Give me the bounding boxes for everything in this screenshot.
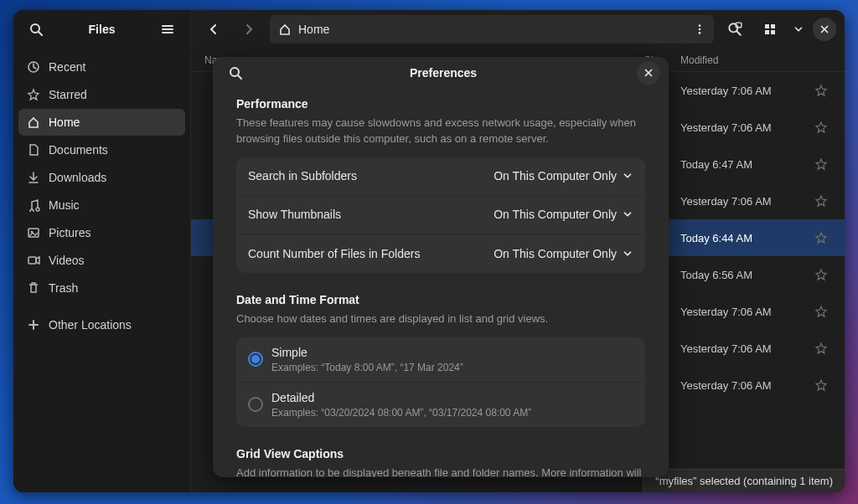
sidebar-item-documents[interactable]: Documents [18, 136, 185, 163]
chevron-down-icon [622, 248, 633, 260]
star-toggle[interactable] [814, 157, 831, 171]
dialog-body[interactable]: Performance These features may cause slo… [213, 89, 669, 477]
star-outline-icon [814, 378, 828, 392]
sidebar-item-other-locations[interactable]: Other Locations [18, 311, 185, 338]
star-toggle[interactable] [814, 231, 831, 244]
sidebar-header: Files [13, 10, 190, 49]
file-modified: Today 6:44 AM [680, 232, 798, 244]
sidebar-search-button[interactable] [22, 15, 50, 44]
window-close-button[interactable] [813, 18, 836, 41]
performance-title: Performance [236, 97, 645, 111]
radio-button[interactable] [248, 397, 263, 412]
chevron-right-icon [242, 23, 256, 36]
file-modified: Today 6:47 AM [680, 158, 798, 171]
dialog-title: Preferences [250, 66, 637, 80]
grid-icon [763, 23, 777, 36]
search-files-button[interactable] [721, 15, 749, 44]
clock-icon [27, 60, 40, 74]
chevron-down-icon [793, 23, 804, 35]
grid-desc: Add information to be displayed beneath … [236, 465, 645, 477]
trash-icon [27, 281, 40, 295]
hamburger-icon [161, 23, 174, 36]
star-toggle[interactable] [814, 84, 831, 97]
sidebar-item-home[interactable]: Home [18, 109, 185, 136]
star-outline-icon [814, 194, 828, 208]
doc-icon [27, 143, 40, 157]
forward-button[interactable] [235, 15, 263, 44]
back-button[interactable] [199, 15, 228, 44]
pathbar[interactable]: Home [270, 15, 714, 44]
option-value: On This Computer Only [494, 247, 633, 260]
music-icon [27, 198, 40, 212]
file-modified: Yesterday 7:06 AM [680, 342, 798, 355]
sidebar-item-label: Starred [49, 88, 87, 101]
col-modified[interactable]: Modified [680, 54, 798, 66]
pref-row-count-number-of-files-in-folders[interactable]: Count Number of Files in Folders On This… [236, 234, 645, 273]
radio-subtitle: Examples: “Today 8:00 AM”, “17 Mar 2024” [271, 362, 463, 373]
pref-row-search-in-subfolders[interactable]: Search in Subfolders On This Computer On… [236, 157, 645, 196]
close-icon [643, 67, 654, 79]
chevron-down-icon [622, 208, 633, 220]
file-modified: Yesterday 7:06 AM [680, 306, 798, 318]
grid-title: Grid View Captions [236, 447, 645, 460]
star-toggle[interactable] [814, 194, 831, 208]
statusbar: “myfiles” selected (containing 1 item) [643, 469, 845, 492]
sidebar-item-starred[interactable]: Starred [18, 81, 185, 108]
sidebar-item-label: Recent [49, 60, 85, 74]
star-toggle[interactable] [814, 342, 831, 355]
star-toggle[interactable] [814, 378, 831, 392]
chevron-down-icon [622, 170, 633, 182]
dialog-close-button[interactable] [637, 61, 660, 85]
sidebar-item-downloads[interactable]: Downloads [18, 164, 185, 191]
sidebar-item-pictures[interactable]: Pictures [18, 219, 185, 246]
view-grid-button[interactable] [756, 15, 784, 44]
datetime-option-detailed[interactable]: Detailed Examples: “03/20/2024 08:00 AM”… [236, 383, 645, 427]
video-icon [27, 254, 40, 267]
sidebar-menu-button[interactable] [153, 15, 182, 44]
star-outline-icon [814, 121, 828, 134]
sidebar-item-label: Music [49, 198, 80, 212]
option-value: On This Computer Only [494, 208, 633, 221]
star-outline-icon [814, 305, 828, 318]
datetime-desc: Choose how dates and times are displayed… [236, 311, 645, 327]
datetime-group: Simple Examples: “Today 8:00 AM”, “17 Ma… [236, 337, 645, 427]
sidebar-item-recent[interactable]: Recent [18, 54, 185, 80]
home-icon [278, 23, 292, 36]
view-options-button[interactable] [789, 15, 808, 44]
sidebar-item-label: Pictures [49, 226, 91, 239]
app-title: Files [55, 23, 148, 36]
sidebar-item-trash[interactable]: Trash [18, 275, 185, 301]
sidebar-item-label: Documents [49, 143, 108, 157]
star-outline-icon [814, 231, 828, 244]
sidebar-item-music[interactable]: Music [18, 192, 185, 219]
sidebar-item-label: Videos [49, 254, 85, 267]
file-modified: Yesterday 7:06 AM [680, 85, 798, 97]
option-label: Count Number of Files in Folders [248, 247, 485, 260]
file-modified: Today 6:56 AM [680, 269, 798, 281]
preferences-dialog: Preferences Performance These features m… [213, 57, 669, 477]
sidebar-item-videos[interactable]: Videos [18, 247, 185, 274]
datetime-option-simple[interactable]: Simple Examples: “Today 8:00 AM”, “17 Ma… [236, 337, 645, 383]
star-toggle[interactable] [814, 121, 831, 134]
chevron-left-icon [207, 23, 220, 36]
star-outline-icon [814, 342, 828, 355]
radio-button[interactable] [248, 352, 263, 367]
star-outline-icon [814, 268, 828, 281]
star-toggle[interactable] [814, 305, 831, 318]
radio-title: Detailed [271, 391, 531, 404]
file-modified: Yesterday 7:06 AM [680, 195, 798, 208]
sidebar: Files Recent Starred Home Documents Down… [13, 10, 191, 492]
dialog-search-button[interactable] [221, 59, 250, 87]
sidebar-list: Recent Starred Home Documents Downloads … [13, 49, 190, 343]
star-outline-icon [814, 84, 828, 97]
radio-subtitle: Examples: “03/20/2024 08:00 AM”, “03/17/… [271, 407, 531, 419]
path-menu-icon[interactable] [694, 23, 706, 35]
dialog-header: Preferences [213, 57, 669, 89]
star-toggle[interactable] [814, 268, 831, 281]
star-outline-icon [814, 157, 828, 171]
search-icon [29, 23, 43, 36]
sidebar-item-label: Other Locations [49, 318, 132, 332]
performance-desc: These features may cause slowdowns and e… [236, 116, 645, 147]
pref-row-show-thumbnails[interactable]: Show Thumbnails On This Computer Only [236, 196, 645, 234]
star-icon [27, 88, 40, 101]
